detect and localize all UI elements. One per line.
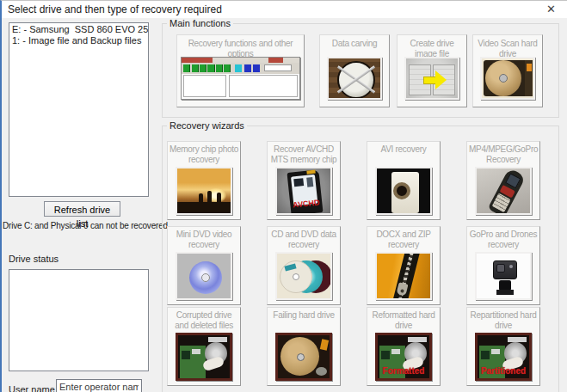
wizard-button-reformatted-drive[interactable]: Reformatted hard drive Formatted bbox=[367, 307, 441, 386]
gopro-body bbox=[493, 260, 517, 279]
button-label: Failing hard drive bbox=[268, 308, 340, 332]
close-icon[interactable]: ✕ bbox=[546, 3, 556, 16]
refresh-drive-list-button[interactable]: Refresh drive list bbox=[44, 201, 120, 217]
drive-list-item[interactable]: E: - Samsung SSD 860 EVO 250GRVT0 bbox=[9, 24, 148, 35]
mini-toolbar-button bbox=[235, 64, 242, 72]
formatted-overlay-text: Formatted bbox=[378, 366, 429, 376]
wizard-button-repartitioned-drive[interactable]: Repartitioned hard drive Partitioned bbox=[466, 307, 540, 386]
wizard-button-memory-chip-photo[interactable]: Memory chip photo recovery bbox=[167, 141, 241, 220]
recovery-dialog-window: Select drive and then type of recovery r… bbox=[0, 0, 567, 392]
gopro-indicator bbox=[509, 265, 513, 268]
yellow-arrow-icon bbox=[423, 77, 435, 84]
connector-chip bbox=[527, 64, 532, 71]
mini-left-pane bbox=[183, 75, 226, 97]
recovery-wizards-legend: Recovery wizards bbox=[167, 120, 247, 131]
phone-screen bbox=[505, 173, 521, 188]
label-mark bbox=[306, 177, 313, 187]
drive-list-item[interactable]: 1: - Image file and Backup files bbox=[9, 35, 148, 46]
yellow-arrow-head bbox=[435, 70, 447, 89]
hdd-internals-photo bbox=[176, 333, 232, 381]
window-title: Select drive and then type of recovery r… bbox=[8, 3, 222, 15]
button-label: Mini DVD video recovery bbox=[168, 227, 240, 251]
sd-card-photo: AVCHD bbox=[275, 167, 332, 215]
disc-hub bbox=[293, 273, 299, 280]
camera-body bbox=[391, 172, 419, 213]
wizard-button-gopro-drones[interactable]: GoPro and Drones recovery bbox=[466, 226, 540, 305]
hdd-internals-photo: Formatted bbox=[375, 333, 432, 381]
label-mark bbox=[293, 178, 304, 187]
pcb-chip bbox=[182, 351, 190, 359]
drive-list[interactable]: E: - Samsung SSD 860 EVO 250GRVT0 1: - I… bbox=[9, 22, 149, 197]
sunset-beach-photo bbox=[176, 167, 232, 215]
drive-label bbox=[408, 337, 427, 342]
gopro-lens bbox=[496, 264, 505, 273]
partitioned-overlay-text: Partitioned bbox=[478, 366, 529, 376]
main-button-recovery-functions[interactable]: Recovery functions and other options bbox=[176, 34, 305, 107]
pcb-chip bbox=[381, 351, 390, 359]
open-hard-drive-photo bbox=[480, 57, 535, 100]
connector-chip bbox=[320, 339, 329, 350]
silhouette-figure bbox=[207, 191, 212, 205]
spindle-hub bbox=[499, 74, 508, 83]
zipper-icon bbox=[391, 252, 421, 300]
pcb-chip bbox=[391, 349, 400, 354]
wizard-button-docx-zip[interactable]: DOCX and ZIP recovery bbox=[367, 226, 441, 305]
button-label: AVI recovery bbox=[367, 142, 440, 166]
cd-dvd-stack-photo bbox=[275, 252, 332, 300]
plate-and-cutlery-photo bbox=[327, 57, 382, 100]
main-button-create-drive-image[interactable]: Create drive image file bbox=[397, 34, 467, 107]
pcb-chip bbox=[481, 351, 490, 359]
wizard-button-mp4-mpeg-gopro[interactable]: MP4/MPEG/GoPro Recovery bbox=[466, 141, 540, 220]
gopro-camera-photo bbox=[475, 252, 532, 300]
gopro-mount-base bbox=[496, 290, 514, 295]
disc-hub bbox=[201, 273, 210, 282]
wizard-button-avchd-mts[interactable]: Recover AVCHD MTS memory chip AVCHD bbox=[267, 141, 341, 220]
mini-dvd-disc-photo bbox=[176, 252, 232, 300]
button-label: Memory chip photo recovery bbox=[168, 142, 240, 166]
button-label: Create drive image file bbox=[398, 35, 466, 56]
mini-toolbar-buttons bbox=[244, 64, 261, 72]
silhouette-figure bbox=[199, 193, 203, 205]
button-label: Reformatted hard drive bbox=[367, 308, 440, 332]
drive-label bbox=[208, 337, 227, 342]
wizard-button-avi-recovery[interactable]: AVI recovery bbox=[367, 141, 441, 220]
drive-status-box bbox=[9, 269, 149, 371]
mobile-phone-photo bbox=[475, 167, 532, 215]
main-button-data-carving[interactable]: Data carving bbox=[319, 34, 390, 107]
zipper-pull-hole bbox=[400, 289, 404, 293]
button-label: Video Scan hard drive bbox=[473, 35, 542, 56]
hdd-platter-photo bbox=[275, 333, 332, 381]
pcb-chip bbox=[491, 349, 500, 354]
main-functions-legend: Main functions bbox=[167, 18, 233, 28]
sd-card-icon: AVCHD bbox=[287, 169, 323, 215]
button-label: Corrupted drive and deleted files bbox=[168, 308, 240, 332]
button-label: DOCX and ZIP recovery bbox=[367, 227, 440, 251]
operator-name-input[interactable] bbox=[56, 379, 142, 392]
mini-right-pane bbox=[229, 75, 298, 97]
button-label: Repartitioned hard drive bbox=[467, 308, 539, 332]
shoreline bbox=[177, 202, 231, 213]
drive-label bbox=[508, 337, 527, 342]
phone-body bbox=[488, 168, 527, 215]
wizard-button-failing-drive[interactable]: Failing hard drive bbox=[267, 307, 341, 386]
mini-toolbar-buttons bbox=[183, 64, 232, 72]
button-label: MP4/MPEG/GoPro Recovery bbox=[467, 142, 539, 166]
drive-component bbox=[316, 367, 327, 376]
zipper-pull bbox=[396, 282, 408, 296]
button-label: CD and DVD data recovery bbox=[268, 227, 340, 251]
wizard-button-corrupted-drive[interactable]: Corrupted drive and deleted files bbox=[167, 307, 241, 386]
compact-camera-photo bbox=[375, 167, 432, 215]
main-button-video-scan[interactable]: Video Scan hard drive bbox=[472, 34, 543, 107]
mini-search-box bbox=[264, 64, 292, 71]
title-bar: Select drive and then type of recovery r… bbox=[2, 1, 567, 18]
zipper-jacket-photo bbox=[375, 252, 432, 300]
user-name-label: User name bbox=[9, 384, 55, 392]
camera-lens bbox=[393, 182, 410, 199]
hdd-internals-photo: Partitioned bbox=[475, 333, 532, 381]
wizard-button-mini-dvd[interactable]: Mini DVD video recovery bbox=[167, 226, 241, 305]
spindle-hub bbox=[297, 353, 305, 361]
drive-restriction-note: Drive C: and Physical 0 can not be recov… bbox=[3, 221, 157, 230]
wizard-button-cd-dvd-data[interactable]: CD and DVD data recovery bbox=[267, 226, 341, 305]
button-label: Recover AVCHD MTS memory chip bbox=[268, 142, 340, 166]
two-drives-yellow-arrow-photo bbox=[404, 57, 459, 100]
